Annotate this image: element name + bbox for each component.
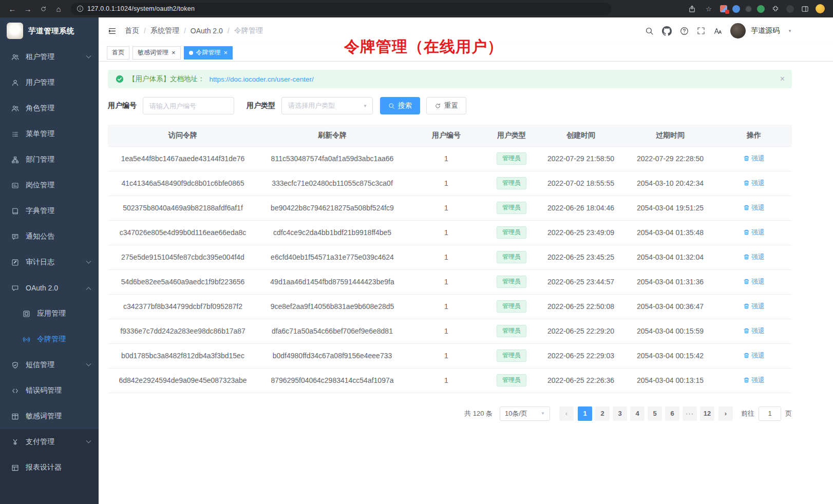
user-name[interactable]: 芋道源码 bbox=[751, 26, 780, 35]
pagination-page-3[interactable]: 3 bbox=[613, 406, 627, 421]
extension-icon-dark[interactable] bbox=[745, 5, 752, 13]
force-logout-button[interactable]: 强退 bbox=[743, 326, 765, 336]
tab-close-icon[interactable]: × bbox=[172, 49, 176, 56]
expires-at-cell: 2054-03-04 01:32:04 bbox=[624, 245, 716, 269]
app-logo[interactable]: 芋道管理系统 bbox=[0, 17, 99, 44]
pagination-next-button[interactable]: › bbox=[718, 406, 733, 421]
pagination-prev-button[interactable]: ‹ bbox=[559, 406, 574, 421]
force-logout-button[interactable]: 强退 bbox=[743, 154, 765, 163]
sidebar-item-notice[interactable]: 通知公告 bbox=[0, 224, 99, 249]
refresh-token-cell: cdfc4ce9c2da4bb1bdf21b9918ff4be5 bbox=[258, 220, 407, 245]
sidebar-item-dict[interactable]: 字典管理 bbox=[0, 198, 99, 224]
force-logout-button[interactable]: 强退 bbox=[743, 179, 765, 188]
pagination-more-button[interactable]: ··· bbox=[683, 406, 697, 421]
sidebar-item-label: 敏感词管理 bbox=[26, 412, 62, 421]
forward-icon[interactable]: → bbox=[22, 3, 34, 15]
sidebar-item-dept[interactable]: 部门管理 bbox=[0, 147, 99, 172]
reset-button[interactable]: 重置 bbox=[426, 97, 466, 114]
tab-oauth2-token[interactable]: 令牌管理× bbox=[184, 46, 233, 60]
user-type-badge: 管理员 bbox=[497, 202, 526, 214]
pagination-page-1[interactable]: 1 bbox=[578, 406, 592, 421]
user-id-cell: 1 bbox=[407, 343, 486, 368]
reload-icon[interactable] bbox=[37, 3, 49, 15]
oauth-icon bbox=[11, 284, 20, 292]
tab-close-icon[interactable]: × bbox=[224, 49, 228, 56]
extension-icon-blue[interactable] bbox=[732, 5, 740, 13]
sidebar-item-pay[interactable]: 支付管理 bbox=[0, 429, 99, 455]
chevron-down-icon bbox=[86, 438, 91, 443]
pay-icon bbox=[11, 438, 20, 446]
sidebar-item-menu[interactable]: 菜单管理 bbox=[0, 121, 99, 147]
alert-close-icon[interactable]: × bbox=[780, 74, 785, 84]
tab-label: 令牌管理 bbox=[196, 48, 221, 57]
sidebar-item-tenant[interactable]: 租户管理 bbox=[0, 44, 99, 70]
tab-sensitive-word[interactable]: 敏感词管理× bbox=[132, 46, 181, 60]
search-icon[interactable] bbox=[645, 27, 654, 35]
goto-page-input[interactable] bbox=[759, 406, 781, 421]
user-id-input[interactable] bbox=[143, 97, 234, 114]
force-logout-button[interactable]: 强退 bbox=[743, 203, 765, 212]
user-type-badge: 管理员 bbox=[497, 374, 526, 386]
sidebar-item-oauth2-token[interactable]: 令牌管理 bbox=[0, 326, 99, 352]
breadcrumb-item[interactable]: OAuth 2.0 bbox=[191, 27, 223, 35]
extension-icon-grid[interactable] bbox=[720, 5, 728, 13]
sidebar-item-error-code[interactable]: 错误码管理 bbox=[0, 378, 99, 403]
access-token-cell: 1ea5e44f8bc1467aaede43144f31de76 bbox=[108, 146, 258, 171]
sidebar-item-oauth2-app[interactable]: 应用管理 bbox=[0, 301, 99, 326]
sidebar-item-audit-log[interactable]: 审计日志 bbox=[0, 249, 99, 275]
site-info-icon[interactable] bbox=[77, 5, 84, 12]
pagination-page-5[interactable]: 5 bbox=[648, 406, 662, 421]
github-icon[interactable] bbox=[662, 26, 672, 36]
created-at-cell: 2022-06-26 18:04:46 bbox=[537, 196, 624, 220]
extensions-puzzle-icon[interactable] bbox=[769, 3, 782, 15]
pagination-page-2[interactable]: 2 bbox=[595, 406, 610, 421]
trash-icon bbox=[743, 327, 750, 334]
access-token-cell: 41c41346a548490f9dc8b01c6bfe0865 bbox=[108, 171, 258, 196]
active-tab-dot bbox=[189, 51, 193, 55]
extension-icon-green[interactable] bbox=[757, 5, 765, 13]
table-row: 54d6be82ee5a460a9aedc1f9bf22365649d1aa46… bbox=[108, 269, 792, 294]
force-logout-button[interactable]: 强退 bbox=[743, 376, 765, 385]
doc-link[interactable]: https://doc.iocoder.cn/user-center/ bbox=[210, 75, 314, 83]
search-button[interactable]: 搜索 bbox=[380, 97, 420, 114]
breadcrumb-item[interactable]: 首页 bbox=[125, 26, 139, 35]
force-logout-button[interactable]: 强退 bbox=[743, 351, 765, 360]
pagination-page-4[interactable]: 4 bbox=[630, 406, 645, 421]
bookmark-star-icon[interactable]: ☆ bbox=[703, 3, 715, 15]
sidebar-item-sensitive-word[interactable]: 敏感词管理 bbox=[0, 403, 99, 429]
fullscreen-icon[interactable] bbox=[697, 27, 705, 35]
tab-split-icon[interactable] bbox=[799, 3, 811, 15]
user-avatar[interactable] bbox=[730, 23, 746, 38]
sidebar-item-role[interactable]: 角色管理 bbox=[0, 95, 99, 121]
help-icon[interactable] bbox=[680, 27, 689, 35]
sidebar-item-oauth2[interactable]: OAuth 2.0 bbox=[0, 275, 99, 301]
sidebar-item-report[interactable]: 报表设计器 bbox=[0, 455, 99, 480]
url-bar[interactable]: 127.0.0.1:1024/system/oauth2/token bbox=[71, 3, 611, 15]
user-id-cell: 1 bbox=[407, 196, 486, 220]
pagination-page-12[interactable]: 12 bbox=[700, 406, 714, 421]
page-size-select[interactable]: 10条/页 ▼ bbox=[500, 406, 550, 421]
sidebar-item-post[interactable]: 岗位管理 bbox=[0, 172, 99, 198]
tab-home[interactable]: 首页 bbox=[107, 46, 129, 60]
force-logout-button[interactable]: 强退 bbox=[743, 228, 765, 237]
url-text: 127.0.0.1:1024/system/oauth2/token bbox=[87, 5, 195, 12]
share-icon[interactable] bbox=[686, 3, 698, 15]
sidebar-item-user[interactable]: 用户管理 bbox=[0, 70, 99, 95]
chevron-down-icon[interactable]: ▼ bbox=[788, 29, 792, 33]
force-logout-button[interactable]: 强退 bbox=[743, 302, 765, 311]
back-icon[interactable]: ← bbox=[6, 3, 18, 15]
font-size-icon[interactable] bbox=[713, 27, 722, 35]
home-icon[interactable]: ⌂ bbox=[52, 3, 65, 15]
profile-avatar[interactable] bbox=[816, 4, 825, 13]
user-type-select[interactable]: 请选择用户类型 ▼ bbox=[281, 97, 373, 114]
sidebar-collapse-icon[interactable] bbox=[108, 27, 117, 35]
refresh-token-cell: 49d1aa46d1454fbd87591444423be9fa bbox=[258, 269, 407, 294]
top-bar: 首页/系统管理/OAuth 2.0/令牌管理 芋道源码 ▼ bbox=[99, 17, 833, 44]
force-logout-button[interactable]: 强退 bbox=[743, 277, 765, 286]
breadcrumb-item[interactable]: 系统管理 bbox=[150, 26, 179, 35]
extension-icon-dark2[interactable] bbox=[786, 5, 794, 13]
sidebar-item-sms[interactable]: 短信管理 bbox=[0, 352, 99, 378]
force-logout-button[interactable]: 强退 bbox=[743, 253, 765, 262]
pagination-page-6[interactable]: 6 bbox=[665, 406, 679, 421]
column-header: 访问令牌 bbox=[108, 125, 258, 146]
